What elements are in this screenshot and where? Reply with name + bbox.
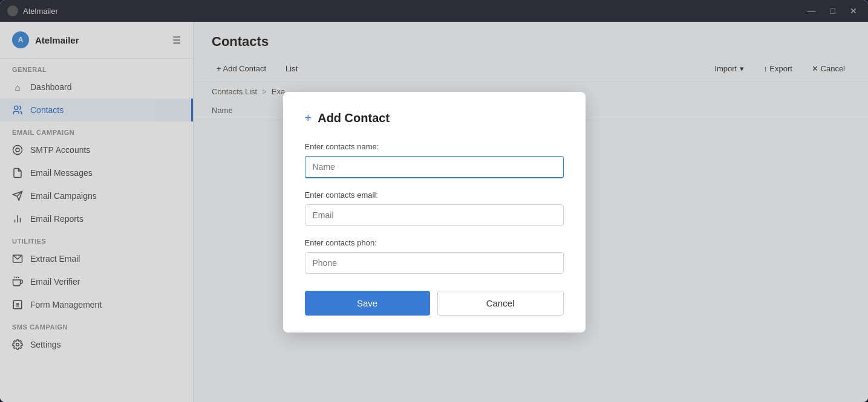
email-input[interactable] (305, 204, 564, 226)
phone-label: Enter contacts phon: (305, 238, 564, 247)
email-form-group: Enter contacts email: (305, 190, 564, 226)
add-contact-modal: + Add Contact Enter contacts name: Enter… (283, 92, 586, 332)
email-label: Enter contacts email: (305, 190, 564, 199)
modal-title: + Add Contact (305, 111, 564, 125)
save-button[interactable]: Save (305, 291, 430, 316)
modal-plus-icon: + (305, 111, 312, 125)
maximize-button[interactable]: □ (827, 5, 839, 17)
titlebar: Atelmailer — □ ✕ (0, 0, 868, 22)
titlebar-left: Atelmailer (7, 5, 58, 16)
app-icon (7, 5, 18, 16)
modal-overlay: + Add Contact Enter contacts name: Enter… (0, 22, 868, 402)
app-title: Atelmailer (23, 7, 58, 16)
name-label: Enter contacts name: (305, 142, 564, 151)
phone-input[interactable] (305, 252, 564, 274)
name-form-group: Enter contacts name: (305, 142, 564, 178)
name-input[interactable] (305, 156, 564, 178)
modal-title-text: Add Contact (318, 111, 390, 125)
cancel-button[interactable]: Cancel (437, 291, 564, 316)
titlebar-controls: — □ ✕ (804, 5, 861, 17)
close-button[interactable]: ✕ (846, 5, 861, 17)
minimize-button[interactable]: — (804, 5, 820, 17)
app-window: Atelmailer — □ ✕ A Atelmailer ☰ General … (0, 0, 868, 402)
modal-footer: Save Cancel (305, 291, 564, 316)
phone-form-group: Enter contacts phon: (305, 238, 564, 274)
